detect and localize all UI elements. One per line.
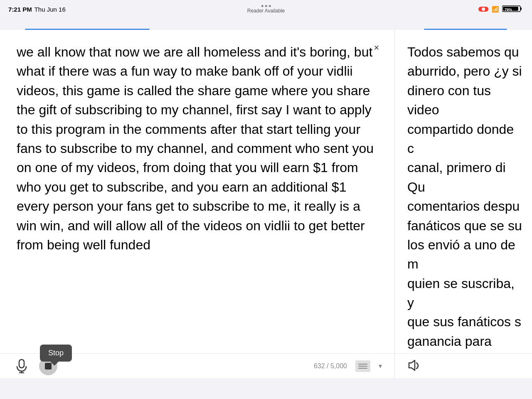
source-text: we all know that now we are all homeless… [17, 42, 382, 254]
status-date: Thu Jun 16 [34, 6, 66, 13]
recording-dot [482, 7, 485, 11]
battery-percent: 79% [502, 5, 524, 14]
dropdown-arrow-icon[interactable]: ▾ [379, 362, 382, 370]
three-dots [261, 5, 271, 7]
nav-bar [0, 18, 532, 30]
speaker-button[interactable] [407, 360, 420, 373]
right-panel: Todos sabemos qu aburrido, pero ¿y si di… [395, 30, 532, 378]
dot-1 [261, 5, 263, 7]
status-bar-center: Reader Available [247, 5, 285, 14]
svg-rect-1 [520, 7, 522, 10]
svg-rect-4 [19, 360, 24, 368]
status-bar: 7:21 PM Thu Jun 16 Reader Available 📶 [0, 0, 532, 18]
char-count: 632 / 5,000 [314, 362, 347, 370]
recording-indicator [478, 7, 488, 12]
keyboard-icon[interactable] [355, 360, 370, 372]
translated-text: Todos sabemos qu aburrido, pero ¿y si di… [407, 42, 532, 378]
keyboard-line-2 [358, 366, 367, 367]
main-content: × we all know that now we are all homele… [0, 30, 532, 378]
right-bottom-bar [395, 353, 532, 378]
mic-button[interactable] [12, 357, 31, 375]
app-bottom-bar [0, 378, 532, 399]
keyboard-line-3 [358, 368, 367, 369]
status-bar-left: 7:21 PM Thu Jun 16 [8, 6, 66, 13]
stop-square-icon [45, 363, 52, 369]
wifi-icon: 📶 [492, 6, 499, 12]
dot-3 [268, 5, 271, 7]
svg-marker-7 [409, 360, 415, 370]
status-bar-right: 📶 79% [478, 5, 524, 14]
left-panel: × we all know that now we are all homele… [0, 30, 395, 378]
keyboard-line-1 [358, 364, 367, 365]
close-button[interactable]: × [370, 42, 383, 54]
reader-available-label: Reader Available [247, 8, 285, 14]
keyboard-lines [358, 364, 367, 369]
status-time: 7:21 PM [8, 6, 32, 13]
svg-text:79%: 79% [505, 7, 512, 11]
dot-2 [265, 5, 267, 7]
